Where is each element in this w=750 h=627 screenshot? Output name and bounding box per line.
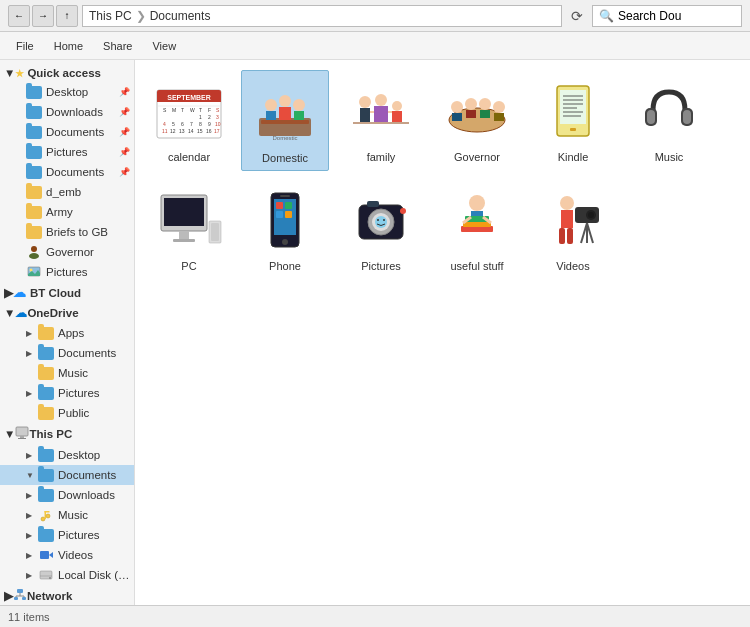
- folder-useful-stuff-image: [441, 185, 513, 257]
- svg-text:6: 6: [181, 121, 184, 127]
- sidebar-item-downloads[interactable]: Downloads 📌: [0, 102, 134, 122]
- od-public-folder-icon: [38, 405, 54, 421]
- sidebar-item-pc-local-disk[interactable]: ▶ Local Disk (C:): [0, 565, 134, 585]
- governor-label: Governor: [46, 246, 94, 258]
- sidebar-item-documents2[interactable]: Documents 📌: [0, 162, 134, 182]
- sidebar-item-pictures2[interactable]: Pictures: [0, 262, 134, 282]
- sidebar-item-pc-downloads[interactable]: ▶ Downloads: [0, 485, 134, 505]
- svg-text:10: 10: [215, 121, 221, 127]
- svg-rect-78: [494, 113, 504, 121]
- folder-useful-stuff[interactable]: useful stuff: [433, 179, 521, 278]
- folder-governor-image: [441, 76, 513, 148]
- svg-rect-4: [16, 427, 28, 436]
- onedrive-arrow: ▼: [4, 307, 15, 319]
- expand-arrow: ▶: [26, 389, 36, 398]
- svg-point-109: [375, 216, 387, 228]
- folder-pc[interactable]: PC: [145, 179, 233, 278]
- svg-rect-95: [173, 239, 195, 242]
- svg-rect-93: [164, 198, 204, 226]
- sidebar-item-od-music[interactable]: Music: [0, 363, 134, 383]
- folder-domestic[interactable]: Domestic Domestic: [241, 70, 329, 171]
- this-pc-header[interactable]: ▼ This PC: [0, 423, 134, 445]
- sidebar-item-governor[interactable]: Governor: [0, 242, 134, 262]
- onedrive-header[interactable]: ▼ ☁ OneDrive: [0, 303, 134, 323]
- sidebar-item-pc-desktop[interactable]: ▶ Desktop: [0, 445, 134, 465]
- svg-rect-61: [353, 122, 409, 124]
- nav-buttons: ← → ↑: [8, 5, 78, 27]
- folder-governor[interactable]: Governor: [433, 70, 521, 171]
- svg-text:Domestic: Domestic: [272, 135, 297, 141]
- bt-cloud-header[interactable]: ▶ ☁ BT Cloud: [0, 282, 134, 303]
- folder-kindle-name: Kindle: [558, 151, 589, 163]
- svg-text:1: 1: [199, 114, 202, 120]
- sidebar-item-pictures[interactable]: Pictures 📌: [0, 142, 134, 162]
- svg-rect-65: [374, 106, 388, 122]
- bt-cloud-label: BT Cloud: [30, 287, 81, 299]
- share-tab[interactable]: Share: [95, 38, 140, 54]
- quick-access-header[interactable]: ▼ ★ Quick access: [0, 64, 134, 82]
- quick-access-star-icon: ★: [15, 68, 24, 79]
- svg-point-64: [375, 94, 387, 106]
- sidebar-item-pc-pictures[interactable]: ▶ Pictures: [0, 525, 134, 545]
- svg-rect-17: [14, 597, 18, 600]
- view-tab[interactable]: View: [144, 38, 184, 54]
- sidebar-item-od-public[interactable]: Public: [0, 403, 134, 423]
- sidebar-item-pc-documents[interactable]: ▼ Documents: [0, 465, 134, 485]
- refresh-button[interactable]: ⟳: [566, 5, 588, 27]
- expand-arrow: ▶: [26, 571, 36, 580]
- sidebar-item-documents[interactable]: Documents 📌: [0, 122, 134, 142]
- folder-family[interactable]: family: [337, 70, 425, 171]
- folder-kindle-image: [537, 76, 609, 148]
- sidebar-item-od-pictures[interactable]: ▶ Pictures: [0, 383, 134, 403]
- folder-calendar[interactable]: SEPTEMBER SMTWTFS 123 45678910 111213141…: [145, 70, 233, 171]
- svg-point-127: [588, 212, 594, 218]
- breadcrumb-pc[interactable]: This PC: [89, 9, 132, 23]
- svg-text:11: 11: [162, 128, 168, 134]
- pc-pictures-label: Pictures: [58, 529, 100, 541]
- sidebar-item-army[interactable]: Army: [0, 202, 134, 222]
- sidebar-item-pc-music[interactable]: ▶ Music: [0, 505, 134, 525]
- up-button[interactable]: ↑: [56, 5, 78, 27]
- folder-music[interactable]: Music: [625, 70, 713, 171]
- sidebar-item-d-emb[interactable]: d_emb: [0, 182, 134, 202]
- breadcrumb-documents[interactable]: Documents: [150, 9, 211, 23]
- pc-downloads-icon: [38, 487, 54, 503]
- sidebar-item-od-documents[interactable]: ▶ Documents: [0, 343, 134, 363]
- svg-text:9: 9: [208, 121, 211, 127]
- svg-point-15: [49, 577, 51, 579]
- expand-arrow: ▶: [26, 551, 36, 560]
- pictures2-label: Pictures: [46, 266, 88, 278]
- expand-arrow: ▶: [26, 511, 36, 520]
- pin-icon: 📌: [119, 87, 130, 97]
- file-menu[interactable]: File: [8, 38, 42, 54]
- folder-pictures[interactable]: Pictures: [337, 179, 425, 278]
- search-input[interactable]: [618, 9, 735, 23]
- od-pictures-folder-icon: [38, 385, 54, 401]
- expand-arrow: ▶: [26, 491, 36, 500]
- svg-rect-104: [276, 211, 283, 218]
- folder-videos[interactable]: Videos: [529, 179, 617, 278]
- sidebar-item-od-apps[interactable]: ▶ Apps: [0, 323, 134, 343]
- toolbar: File Home Share View: [0, 32, 750, 60]
- svg-text:7: 7: [190, 121, 193, 127]
- od-music-folder-icon: [38, 365, 54, 381]
- sidebar-item-pc-videos[interactable]: ▶ Videos: [0, 545, 134, 565]
- svg-point-73: [465, 98, 477, 110]
- address-bar[interactable]: This PC ❯ Documents: [82, 5, 562, 27]
- downloads-label: Downloads: [46, 106, 103, 118]
- pc-videos-label: Videos: [58, 549, 93, 561]
- back-button[interactable]: ←: [8, 5, 30, 27]
- forward-button[interactable]: →: [32, 5, 54, 27]
- svg-point-114: [469, 195, 485, 211]
- home-tab[interactable]: Home: [46, 38, 91, 54]
- svg-point-1: [29, 253, 39, 259]
- network-header[interactable]: ▶ Network: [0, 585, 134, 605]
- sidebar-item-desktop[interactable]: Desktop 📌: [0, 82, 134, 102]
- sidebar-item-briefs[interactable]: Briefs to GB: [0, 222, 134, 242]
- svg-rect-74: [466, 110, 476, 118]
- svg-point-10: [46, 514, 50, 518]
- svg-text:SEPTEMBER: SEPTEMBER: [167, 94, 211, 101]
- folder-phone[interactable]: Phone: [241, 179, 329, 278]
- folder-phone-image: [249, 185, 321, 257]
- folder-kindle[interactable]: Kindle: [529, 70, 617, 171]
